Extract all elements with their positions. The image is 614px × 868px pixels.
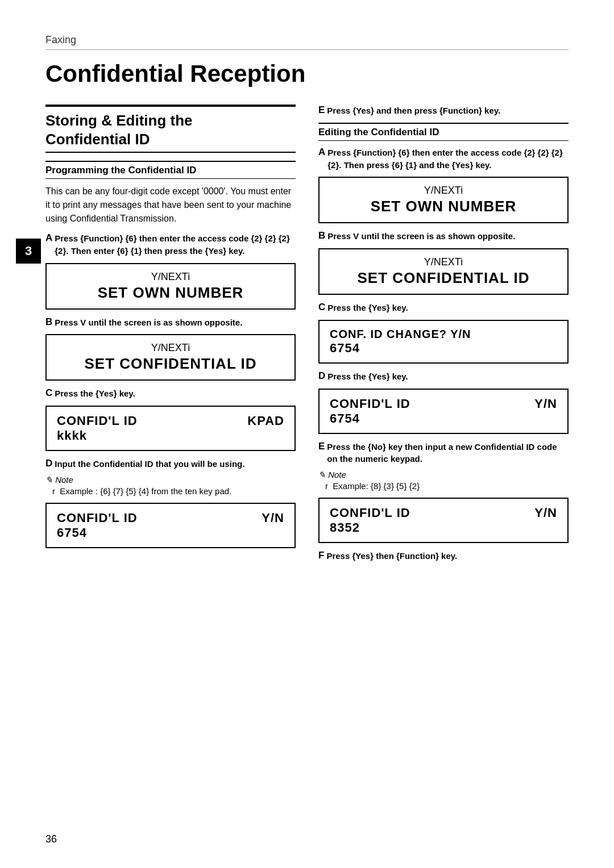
step-f-letter: F (318, 550, 324, 561)
step-e-top-letter: E (318, 105, 325, 116)
lcd9-line1b: Y/N (534, 506, 557, 520)
breadcrumb: Faxing (45, 34, 569, 46)
step-a2-letter: A (318, 147, 325, 158)
lcd2-line2: SET CONFIDENTIAL ID (57, 355, 284, 373)
step-c2-text: Press the {Yes} key. (327, 302, 408, 314)
step-a-left: A Press {Function} {6} then enter the ac… (45, 232, 296, 257)
lcd1-line1: Y/NEXTi (57, 271, 284, 283)
step-b2-text: Press V until the screen is as shown opp… (327, 230, 515, 243)
lcd1-line2: SET OWN NUMBER (57, 284, 284, 302)
two-column-layout: Storing & Editing the Confidential ID Pr… (45, 105, 569, 567)
programming-sub-header: Programming the Confidential ID (45, 161, 296, 179)
lcd9-line1: CONFID'L ID (330, 506, 410, 520)
lcd4-line1b: Y/N (262, 511, 284, 525)
step-c2-letter: C (318, 302, 325, 313)
programming-body: This can be any four-digit code except '… (45, 185, 296, 226)
step-f-right: F Press {Yes} then {Function} key. (318, 550, 569, 562)
step-c2-right: C Press the {Yes} key. (318, 302, 569, 314)
lcd5-line1: Y/NEXTi (330, 185, 557, 197)
chapter-badge: 3 (16, 239, 41, 264)
lcd-set-own-number-left: Y/NEXTi SET OWN NUMBER (45, 263, 296, 310)
lcd6-line2: SET CONFIDENTIAL ID (330, 269, 557, 287)
note-left: ✎ Note r Example : {6} {7} {5} {4} from … (45, 475, 296, 497)
lcd2-line1: Y/NEXTi (57, 342, 284, 354)
page-number: 36 (45, 833, 57, 845)
lcd3-line1b: KPAD (247, 414, 284, 428)
lcd8-line1b: Y/N (534, 397, 557, 411)
lcd-confid-6754-left: CONFID'L ID Y/N 6754 (45, 503, 296, 548)
page-title: Confidential Reception (45, 60, 569, 87)
lcd8-line2: 6754 (330, 411, 557, 426)
step-e2-letter: E (318, 441, 325, 452)
lcd7-line2: 6754 (330, 341, 557, 356)
lcd-confid-6754-right: CONFID'L ID Y/N 6754 (318, 389, 569, 434)
edit-section-header: Editing the Confidential ID (318, 123, 569, 141)
step-a2-right: A Press {Function} {6} then enter the ac… (318, 147, 569, 172)
step-c-letter: C (45, 387, 52, 399)
lcd-set-own-number-right: Y/NEXTi SET OWN NUMBER (318, 177, 569, 223)
note-icon-left: ✎ (45, 475, 53, 485)
step-b-left: B Press V until the screen is as shown o… (45, 316, 296, 329)
lcd3-line2: kkkk (57, 428, 284, 443)
lcd9-line2: 8352 (330, 520, 557, 535)
step-d-left: D Input the Confidential ID that you wil… (45, 458, 296, 470)
left-section-header: Storing & Editing the Confidential ID (45, 105, 296, 153)
step-d2-letter: D (318, 370, 325, 382)
lcd6-line1: Y/NEXTi (330, 256, 557, 268)
edit-title: Editing the Confidential ID (318, 127, 569, 138)
step-e2-right: E Press the {No} key then input a new Co… (318, 441, 569, 466)
lcd5-line2: SET OWN NUMBER (330, 198, 557, 215)
step-c-left: C Press the {Yes} key. (45, 387, 296, 400)
step-c-text: Press the {Yes} key. (55, 387, 135, 400)
left-section-title: Storing & Editing the Confidential ID (45, 111, 296, 148)
note-text-right: r Example: {8} {3} {5} {2} (325, 480, 569, 492)
right-column: E Press {Yes} and then press {Function} … (318, 105, 569, 567)
step-b-text: Press V until the screen is as shown opp… (55, 316, 242, 329)
lcd7-line1: CONF. ID CHANGE? Y/N (330, 328, 557, 341)
programming-title: Programming the Confidential ID (45, 165, 296, 176)
lcd-conf-id-change: CONF. ID CHANGE? Y/N 6754 (318, 320, 569, 364)
lcd8-line1: CONFID'L ID (330, 397, 410, 411)
note-label-right: ✎ Note (318, 470, 569, 480)
lcd3-line1: CONFID'L ID (57, 414, 138, 428)
step-b2-letter: B (318, 230, 325, 241)
lcd-set-confidential-id-left: Y/NEXTi SET CONFIDENTIAL ID (45, 334, 296, 381)
step-f-text: Press {Yes} then {Function} key. (326, 550, 457, 562)
note-text-left: r Example : {6} {7} {5} {4} from the ten… (52, 485, 296, 497)
top-rule (45, 49, 569, 50)
step-b-letter: B (45, 316, 52, 328)
step-d-text: Input the Confidential ID that you will … (55, 458, 244, 470)
step-a-letter: A (45, 232, 52, 244)
step-e2-text: Press the {No} key then input a new Conf… (327, 441, 569, 466)
step-e-right-top: E Press {Yes} and then press {Function} … (318, 105, 569, 117)
lcd-confid-8352: CONFID'L ID Y/N 8352 (318, 498, 569, 543)
note-icon-right: ✎ (318, 470, 326, 479)
step-a2-text: Press {Function} {6} then enter the acce… (327, 147, 569, 172)
step-d2-text: Press the {Yes} key. (327, 370, 408, 383)
lcd-confid-kpad: CONFID'L ID KPAD kkkk (45, 406, 296, 451)
lcd-set-confidential-id-right: Y/NEXTi SET CONFIDENTIAL ID (318, 248, 569, 295)
left-column: Storing & Editing the Confidential ID Pr… (45, 105, 296, 555)
lcd4-line2: 6754 (57, 525, 284, 540)
note-right: ✎ Note r Example: {8} {3} {5} {2} (318, 470, 569, 492)
page: 3 Faxing Confidential Reception Storing … (0, 0, 614, 868)
step-d2-right: D Press the {Yes} key. (318, 370, 569, 383)
chapter-number: 3 (25, 244, 32, 258)
step-e-top-text: Press {Yes} and then press {Function} ke… (327, 105, 500, 117)
step-d-letter: D (45, 458, 52, 469)
lcd4-line1: CONFID'L ID (57, 511, 138, 525)
note-label-left: ✎ Note (45, 475, 296, 485)
step-b2-right: B Press V until the screen is as shown o… (318, 230, 569, 243)
step-a-text: Press {Function} {6} then enter the acce… (55, 232, 296, 257)
